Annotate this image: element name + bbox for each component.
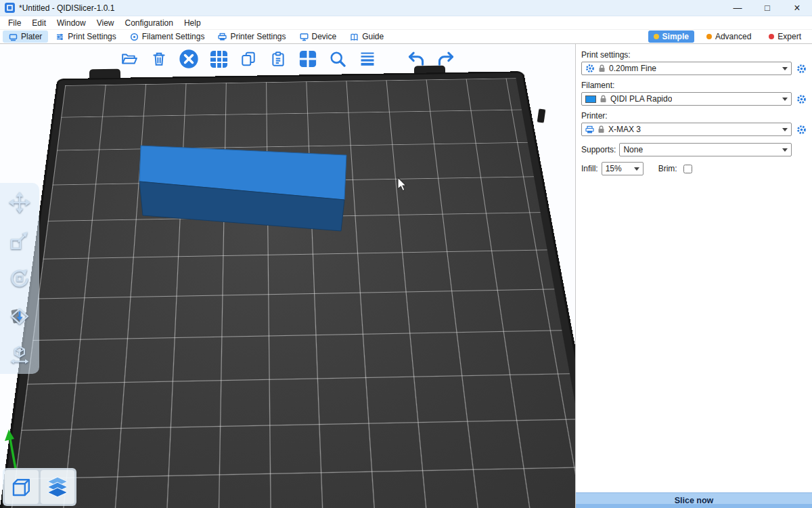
- tab-label: Printer Settings: [230, 32, 286, 41]
- 3d-editor-view-icon: [9, 475, 34, 499]
- arrange-icon: [209, 49, 229, 69]
- menu-configuration[interactable]: Configuration: [120, 17, 179, 29]
- scale-icon: [9, 230, 30, 251]
- filament-color-swatch: [585, 96, 596, 103]
- copy-button[interactable]: [236, 47, 261, 71]
- expert-mode-dot-icon: [769, 34, 774, 39]
- supports-label: Supports:: [581, 145, 616, 154]
- printer-settings-icon: [218, 33, 227, 41]
- dropdown-caret-icon: [634, 167, 639, 173]
- menu-window[interactable]: Window: [51, 17, 91, 29]
- supports-combo[interactable]: None: [619, 143, 792, 156]
- tab-label: Device: [312, 32, 337, 41]
- app-icon: [5, 3, 15, 13]
- dropdown-caret-icon: [782, 67, 788, 73]
- tab-printer-settings[interactable]: Printer Settings: [212, 30, 292, 43]
- brim-label: Brim:: [658, 164, 677, 173]
- print-settings-gear-button[interactable]: [794, 62, 808, 75]
- variable-layer-height-icon: [359, 50, 376, 68]
- tab-label: Plater: [21, 32, 42, 41]
- dropdown-caret-icon: [782, 128, 788, 134]
- filament-label: Filament:: [581, 81, 808, 90]
- toolbar-separator: [385, 59, 399, 60]
- 3d-editor-view-button[interactable]: [5, 470, 39, 504]
- preview-layers-icon: [45, 475, 70, 499]
- settings-panel: Print settings: 0.20mm Fine Filament: QI…: [575, 44, 812, 508]
- infill-value: 15%: [606, 164, 622, 173]
- tab-guide[interactable]: Guide: [344, 30, 390, 43]
- window-title: *Untitled - QIDISlicer-1.0.1: [19, 3, 114, 13]
- tab-label: Print Settings: [68, 32, 116, 41]
- measure-gizmo-button[interactable]: [4, 339, 35, 370]
- print-settings-row: 0.20mm Fine: [581, 62, 808, 75]
- print-settings-combo[interactable]: 0.20mm Fine: [581, 62, 792, 75]
- menu-view[interactable]: View: [91, 17, 120, 29]
- variable-layer-height-button[interactable]: [355, 47, 380, 71]
- gear-icon: [796, 125, 807, 135]
- rotate-gizmo-button[interactable]: [4, 263, 35, 294]
- tab-device[interactable]: Device: [294, 30, 343, 43]
- menu-edit[interactable]: Edit: [26, 17, 51, 29]
- print-bed[interactable]: [0, 73, 575, 508]
- plater-toolbar: [0, 47, 575, 71]
- split-objects-button[interactable]: [296, 47, 320, 71]
- move-gizmo-button[interactable]: [4, 187, 35, 218]
- filament-combo[interactable]: QIDI PLA Rapido: [581, 92, 792, 106]
- paste-button[interactable]: [266, 47, 290, 71]
- search-button[interactable]: [325, 47, 350, 71]
- brim-checkbox[interactable]: [683, 165, 692, 173]
- mode-simple[interactable]: Simple: [648, 30, 694, 43]
- gear-icon: [796, 64, 807, 74]
- slice-now-button[interactable]: Slice now: [576, 492, 812, 508]
- lock-icon: [600, 95, 607, 103]
- paste-icon: [270, 51, 286, 67]
- gear-icon: [585, 64, 595, 73]
- tab-filament-settings[interactable]: Filament Settings: [124, 30, 211, 43]
- filament-gear-button[interactable]: [794, 92, 808, 106]
- main-content: Print settings: 0.20mm Fine Filament: QI…: [0, 44, 812, 508]
- guide-icon: [350, 33, 359, 41]
- bed-side-clip: [537, 108, 546, 123]
- printer-gear-button[interactable]: [794, 123, 808, 136]
- redo-button[interactable]: [434, 47, 458, 71]
- simple-mode-dot-icon: [654, 34, 659, 39]
- tab-bar: Plater Print Settings Filament Settings …: [0, 30, 812, 44]
- maximize-button[interactable]: □: [752, 0, 782, 16]
- minimize-button[interactable]: —: [723, 0, 752, 16]
- search-icon: [329, 50, 346, 68]
- mode-selector: Simple Advanced Expert: [648, 30, 807, 43]
- lock-icon: [598, 64, 606, 72]
- gizmo-toolbar: [0, 183, 39, 374]
- infill-label: Infill:: [581, 164, 598, 173]
- printer-label: Printer:: [581, 111, 808, 121]
- preview-view-button[interactable]: [41, 470, 74, 504]
- tab-print-settings[interactable]: Print Settings: [49, 30, 122, 43]
- place-on-face-gizmo-button[interactable]: [4, 301, 35, 332]
- filament-settings-icon: [130, 33, 139, 41]
- open-project-button[interactable]: [117, 47, 141, 71]
- 3d-viewport[interactable]: [0, 44, 575, 508]
- undo-button[interactable]: [404, 47, 428, 71]
- printer-icon: [585, 125, 594, 134]
- tab-label: Guide: [362, 32, 384, 41]
- dropdown-caret-icon: [782, 98, 788, 104]
- print-settings-icon: [55, 33, 64, 41]
- tab-plater[interactable]: Plater: [3, 30, 48, 43]
- menu-file[interactable]: File: [3, 17, 26, 29]
- arrange-button[interactable]: [206, 47, 231, 71]
- split-objects-icon: [298, 49, 317, 68]
- device-icon: [300, 33, 309, 41]
- tab-label: Filament Settings: [142, 32, 205, 41]
- delete-button[interactable]: [147, 47, 171, 71]
- print-settings-label: Print settings:: [581, 50, 808, 60]
- close-button[interactable]: ×: [782, 0, 812, 16]
- printer-combo[interactable]: X-MAX 3: [581, 123, 792, 136]
- mode-advanced[interactable]: Advanced: [701, 30, 757, 43]
- scale-gizmo-button[interactable]: [4, 225, 35, 256]
- delete-trash-icon: [151, 51, 167, 67]
- menu-help[interactable]: Help: [179, 17, 206, 29]
- mode-expert[interactable]: Expert: [763, 30, 807, 43]
- advanced-mode-dot-icon: [706, 34, 712, 39]
- infill-combo[interactable]: 15%: [602, 162, 644, 175]
- delete-all-button[interactable]: [177, 47, 201, 71]
